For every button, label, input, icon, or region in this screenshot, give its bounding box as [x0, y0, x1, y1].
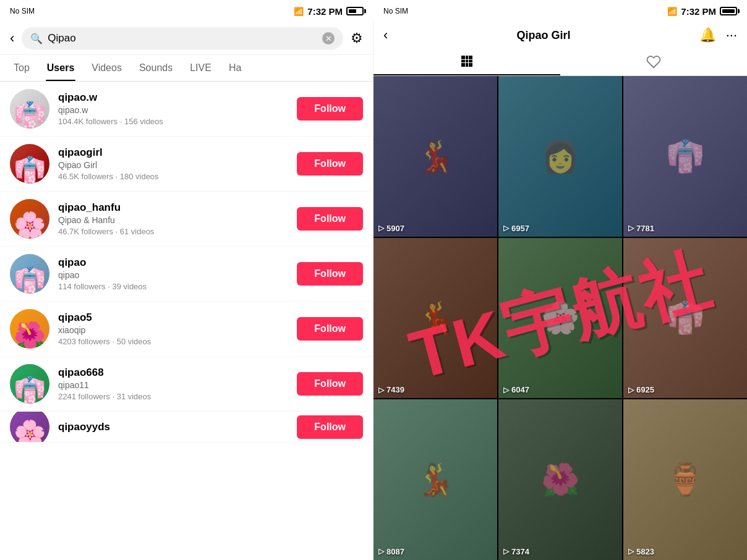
search-tabs: Top Users Videos Sounds LIVE Ha: [0, 55, 373, 82]
right-tabs: [374, 48, 747, 76]
video-cell[interactable]: 🏺 ▷ 5823: [623, 399, 747, 560]
left-status-icons: 📶 7:32 PM: [294, 6, 364, 17]
right-tab-liked[interactable]: [560, 48, 747, 75]
follow-button[interactable]: Follow: [297, 317, 363, 341]
svg-rect-8: [469, 63, 472, 67]
user-name: xiaoqip: [58, 325, 288, 335]
svg-rect-6: [461, 63, 465, 67]
left-panel: ‹ 🔍 Qipao ✕ ⚙ Top Users Videos Sounds: [0, 22, 374, 560]
right-tab-grid[interactable]: [374, 48, 560, 75]
tab-videos[interactable]: Videos: [83, 55, 130, 81]
user-name: qipao: [58, 270, 288, 280]
user-info: qipao_hanfu Qipao & Hanfu 46.7K follower…: [58, 202, 288, 236]
left-wifi-icon: 📶: [294, 7, 304, 16]
search-bar: ‹ 🔍 Qipao ✕ ⚙: [0, 22, 373, 55]
video-cell[interactable]: 💃 ▷ 7439: [374, 238, 497, 399]
video-cell[interactable]: 🌸 ▷ 6047: [498, 238, 622, 399]
user-stats: 4203 followers · 50 videos: [58, 337, 288, 346]
clear-button[interactable]: ✕: [322, 32, 335, 45]
search-input[interactable]: Qipao: [48, 32, 317, 45]
list-item: 👘 qipao668 qipao11 2241 followers · 31 v…: [0, 357, 373, 412]
video-cell[interactable]: 🌺 ▷ 7374: [498, 399, 622, 560]
tab-top[interactable]: Top: [5, 55, 38, 81]
right-title: Qipao Girl: [395, 29, 691, 42]
tab-sounds[interactable]: Sounds: [130, 55, 181, 81]
video-cell[interactable]: 👘 ▷ 7781: [623, 76, 747, 237]
follow-button[interactable]: Follow: [297, 415, 363, 439]
play-icon: ▷: [628, 547, 634, 556]
video-count: ▷ 6957: [503, 224, 529, 233]
user-handle: qipaoyyds: [58, 421, 288, 433]
avatar: 👘: [10, 364, 49, 404]
video-count: ▷ 5907: [378, 224, 404, 233]
user-info: qipao5 xiaoqip 4203 followers · 50 video…: [58, 312, 288, 346]
right-wifi-icon: 📶: [667, 7, 677, 16]
play-icon: ▷: [378, 386, 384, 394]
list-item: 👘 qipaogirl Qipao Girl 46.5K followers ·…: [0, 137, 373, 192]
list-item: 🌸 qipao_hanfu Qipao & Hanfu 46.7K follow…: [0, 192, 373, 247]
follow-button[interactable]: Follow: [297, 152, 363, 176]
back-button[interactable]: ‹: [7, 28, 17, 49]
filter-button[interactable]: ⚙: [348, 28, 365, 49]
right-back-button[interactable]: ‹: [383, 27, 388, 43]
video-cell[interactable]: 👩 ▷ 6957: [498, 76, 622, 237]
play-icon: ▷: [378, 547, 384, 556]
list-item: 👘 qipao qipao 114 followers · 39 videos …: [0, 247, 373, 302]
user-stats: 2241 followers · 31 videos: [58, 392, 288, 401]
left-status-bar: No SIM 📶 7:32 PM: [0, 0, 374, 22]
search-input-wrap[interactable]: 🔍 Qipao ✕: [22, 27, 343, 49]
right-battery-icon: [720, 7, 737, 15]
right-status-icons: 📶 7:32 PM: [667, 6, 737, 17]
right-panel: ‹ Qipao Girl 🔔 ···: [374, 22, 747, 560]
avatar: 🌸: [10, 412, 49, 443]
search-icon: 🔍: [30, 33, 43, 45]
video-cell[interactable]: 💃 ▷ 8087: [374, 399, 497, 560]
user-name: Qipao Girl: [58, 160, 288, 170]
svg-rect-0: [461, 56, 465, 59]
user-name: qipao.w: [58, 105, 288, 115]
avatar: 🌺: [10, 309, 49, 349]
follow-button[interactable]: Follow: [297, 262, 363, 286]
svg-rect-5: [469, 60, 472, 62]
video-count: ▷ 7439: [378, 385, 404, 394]
list-item: 🌸 qipaoyyds Follow: [0, 412, 373, 443]
video-count: ▷ 6925: [628, 385, 654, 394]
more-icon[interactable]: ···: [726, 27, 737, 43]
follow-button[interactable]: Follow: [297, 97, 363, 121]
tab-users[interactable]: Users: [38, 55, 83, 81]
status-bar: No SIM 📶 7:32 PM No SIM 📶 7:32 PM: [0, 0, 747, 22]
user-stats: 46.7K followers · 61 videos: [58, 227, 288, 236]
user-info: qipao668 qipao11 2241 followers · 31 vid…: [58, 367, 288, 401]
list-item: 🌺 qipao5 xiaoqip 4203 followers · 50 vid…: [0, 302, 373, 357]
left-battery-icon: [346, 7, 364, 15]
tab-live[interactable]: LIVE: [181, 55, 220, 81]
play-icon: ▷: [628, 224, 634, 232]
video-count: ▷ 8087: [378, 547, 404, 556]
user-stats: 104.4K followers · 156 videos: [58, 117, 288, 126]
follow-button[interactable]: Follow: [297, 372, 363, 396]
user-handle: qipaogirl: [58, 146, 288, 159]
follow-button[interactable]: Follow: [297, 207, 363, 231]
play-icon: ▷: [503, 547, 509, 556]
svg-rect-3: [461, 60, 465, 62]
tab-hashtag[interactable]: Ha: [220, 55, 250, 81]
svg-rect-2: [469, 56, 472, 59]
video-count: ▷ 6047: [503, 385, 529, 394]
left-carrier: No SIM: [10, 7, 35, 15]
video-cell[interactable]: 💃 ▷ 5907: [374, 76, 497, 237]
main-content: ‹ 🔍 Qipao ✕ ⚙ Top Users Videos Sounds: [0, 22, 747, 560]
user-handle: qipao668: [58, 367, 288, 379]
right-status-bar: No SIM 📶 7:32 PM: [374, 0, 747, 22]
bell-icon[interactable]: 🔔: [699, 27, 716, 43]
play-icon: ▷: [503, 386, 509, 394]
user-info: qipaoyyds: [58, 421, 288, 433]
svg-rect-1: [466, 56, 468, 59]
video-count: ▷ 5823: [628, 547, 654, 556]
user-stats: 114 followers · 39 videos: [58, 282, 288, 291]
play-icon: ▷: [503, 224, 509, 232]
user-info: qipao.w qipao.w 104.4K followers · 156 v…: [58, 91, 288, 126]
user-handle: qipao.w: [58, 91, 288, 104]
video-cell[interactable]: 👘 ▷ 6925: [623, 238, 747, 399]
avatar: 👘: [10, 144, 49, 184]
play-icon: ▷: [378, 224, 384, 232]
